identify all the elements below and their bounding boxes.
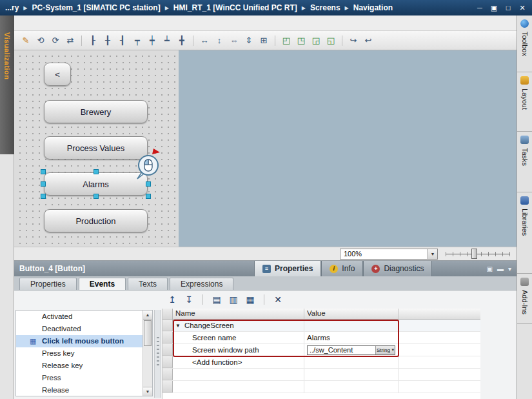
event-item[interactable]: Press key	[16, 347, 152, 360]
function-value[interactable]	[304, 320, 399, 331]
brewery-button[interactable]: Brewery	[44, 100, 148, 123]
minimize-icon[interactable]: ─	[475, 4, 484, 12]
close-icon[interactable]: ✕	[518, 4, 527, 12]
process-values-button[interactable]: Process Values	[44, 136, 148, 159]
distribute-horizontal-icon[interactable]: ⇔	[228, 34, 241, 47]
back-button[interactable]: <	[44, 63, 71, 86]
screen-name-value[interactable]: Alarms	[304, 332, 399, 343]
same-height-icon[interactable]: ↕	[213, 34, 226, 47]
tab-addins[interactable]: Add-Ins	[517, 274, 532, 324]
tab-tasks[interactable]: Tasks	[517, 132, 532, 192]
send-to-back-icon[interactable]: ◱	[324, 34, 337, 47]
zoom-slider[interactable]	[446, 249, 510, 259]
column-header-name[interactable]: Name	[173, 309, 304, 319]
row-selector[interactable]	[163, 332, 173, 343]
add-function-entry[interactable]: <Add function>	[173, 356, 304, 368]
event-item[interactable]: Deactivated	[16, 323, 152, 335]
breadcrumb-item[interactable]: PC-System_1 [SIMATIC PC station]	[32, 3, 161, 12]
tab-libraries[interactable]: Libraries	[517, 192, 532, 274]
row-selector[interactable]	[163, 356, 173, 368]
screen-canvas[interactable]: < Brewery Process Values Alarms Producti…	[14, 50, 517, 247]
zoom-select[interactable]: 100% ▼	[340, 249, 438, 260]
breadcrumb-item[interactable]: ...ry	[5, 3, 19, 12]
expand-all-icon[interactable]: ▤	[211, 294, 222, 305]
table-row[interactable]: <Add function>	[163, 356, 480, 369]
same-width-icon[interactable]: ↔	[198, 34, 211, 47]
bring-to-front-icon[interactable]: ◰	[280, 34, 293, 47]
selection-handle[interactable]	[94, 194, 99, 199]
alarms-button[interactable]: Alarms	[44, 172, 148, 196]
selection-handle[interactable]	[94, 169, 99, 174]
selection-handle[interactable]	[41, 194, 46, 199]
event-item[interactable]: Activated	[16, 311, 152, 323]
glue-icon[interactable]: ✎	[19, 34, 32, 47]
rotate-right-icon[interactable]: ⟳	[49, 34, 62, 47]
align-right-icon[interactable]: ┨	[116, 34, 129, 47]
table-row[interactable]: Screen window path ../sw_Content String …	[163, 344, 480, 356]
table-row[interactable]: Screen name Alarms	[163, 332, 480, 344]
send-backward-icon[interactable]: ◲	[310, 34, 322, 47]
collapse-panel-icon[interactable]: ▬	[497, 265, 504, 272]
align-left-icon[interactable]: ┠	[86, 34, 99, 47]
breadcrumb-item[interactable]: Navigation	[353, 3, 393, 12]
bring-forward-icon[interactable]: ◳	[295, 34, 308, 47]
restore-icon[interactable]: ▣	[489, 4, 498, 12]
event-item[interactable]: Press	[16, 372, 152, 384]
scroll-up-icon[interactable]: ▲	[143, 311, 152, 320]
row-selector[interactable]	[163, 369, 173, 380]
collapse-all-icon[interactable]: ▥	[228, 294, 239, 305]
panel-menu-icon[interactable]: ▾	[508, 265, 511, 272]
tab-order-icon[interactable]: ↪	[347, 34, 360, 47]
screen-background[interactable]	[179, 50, 517, 247]
tab-toolbox[interactable]: Toolbox	[517, 15, 532, 72]
selection-handle[interactable]	[146, 194, 151, 199]
subtab-events[interactable]: Events	[79, 278, 126, 290]
selection-handle[interactable]	[146, 181, 151, 187]
splitter-grip-icon[interactable]	[157, 337, 159, 365]
scroll-down-icon[interactable]: ▼	[143, 387, 152, 396]
event-item[interactable]: Release key	[16, 360, 152, 372]
snap-grid-icon[interactable]: ⊞	[257, 34, 270, 47]
distribute-vertical-icon[interactable]: ⇕	[242, 34, 255, 47]
subtab-properties[interactable]: Properties	[19, 278, 77, 290]
selection-handle[interactable]	[41, 169, 46, 174]
tab-info[interactable]: i Info	[321, 261, 363, 276]
panel-splitter[interactable]	[154, 310, 161, 398]
table-row[interactable]: ▼ ChangeScreen	[163, 320, 480, 332]
move-down-icon[interactable]: ↧	[183, 294, 195, 305]
align-center-icon[interactable]: ╂	[101, 34, 114, 47]
column-header-value[interactable]: Value	[304, 309, 399, 319]
row-selector[interactable]	[163, 381, 173, 393]
type-dropdown[interactable]: String ▾	[375, 346, 395, 354]
maximize-icon[interactable]: □	[504, 4, 513, 12]
collapse-icon[interactable]: ▼	[175, 323, 181, 329]
row-selector[interactable]	[163, 320, 173, 331]
zoom-slider-handle[interactable]	[471, 249, 477, 259]
update-tab-order-icon[interactable]: ↩	[362, 34, 375, 47]
align-top-icon[interactable]: ┯	[131, 34, 144, 47]
event-item[interactable]: Release	[16, 384, 152, 396]
tab-layout[interactable]: Layout	[517, 72, 532, 132]
breadcrumb-item[interactable]: HMI_RT_1 [WinCC Unified PC RT]	[173, 3, 297, 12]
align-bottom-icon[interactable]: ┷	[161, 34, 173, 47]
zoom-dropdown-icon[interactable]: ▼	[428, 249, 437, 259]
tab-diagnostics[interactable]: + Diagnostics	[363, 261, 432, 276]
delete-icon[interactable]: ✕	[272, 294, 284, 305]
breadcrumb-item[interactable]: Screens	[310, 3, 340, 12]
align-middle-icon[interactable]: ┿	[146, 34, 159, 47]
event-list-scrollbar[interactable]: ▲ ▼	[143, 311, 152, 396]
subtab-texts[interactable]: Texts	[128, 278, 168, 290]
selection-handle[interactable]	[41, 181, 46, 187]
rotate-left-icon[interactable]: ⟲	[34, 34, 47, 47]
screen-window-path-input[interactable]: ../sw_Content String ▾	[307, 345, 395, 355]
production-button[interactable]: Production	[44, 209, 148, 232]
move-up-icon[interactable]: ↥	[166, 294, 178, 305]
row-selector[interactable]	[163, 344, 173, 356]
flip-horizontal-icon[interactable]: ⇄	[64, 34, 77, 47]
scrollbar-thumb[interactable]	[144, 320, 152, 346]
add-function-icon[interactable]: ▦	[244, 294, 256, 305]
center-on-screen-icon[interactable]: ╋	[175, 34, 188, 47]
subtab-expressions[interactable]: Expressions	[170, 278, 233, 290]
tab-properties[interactable]: ≡ Properties	[254, 261, 321, 276]
visualization-tab[interactable]: Visualization	[0, 15, 14, 154]
